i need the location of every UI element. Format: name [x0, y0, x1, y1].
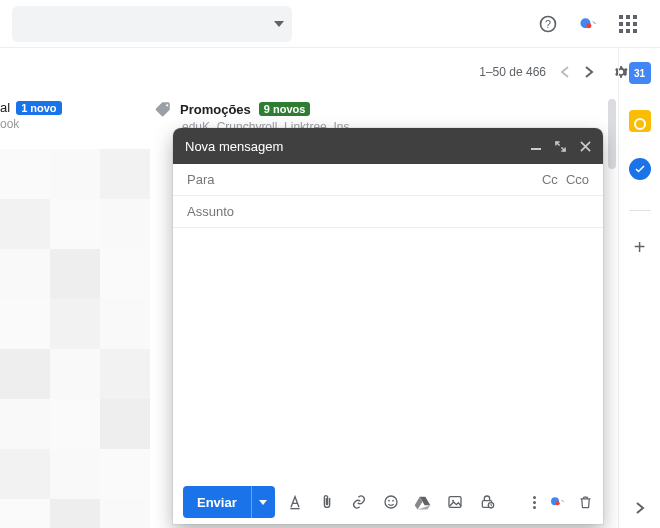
page-next-icon[interactable] [584, 66, 594, 78]
svg-point-3 [586, 23, 591, 28]
insert-link-icon[interactable] [349, 492, 369, 512]
minimize-icon[interactable] [531, 141, 541, 151]
compose-footer: Enviar [173, 480, 603, 524]
tab-promotions[interactable]: Promoções 9 novos [150, 100, 660, 118]
svg-point-6 [385, 496, 397, 508]
support-icon[interactable]: ? [536, 12, 560, 36]
pagination: 1–50 de 466 [479, 65, 594, 79]
calendar-addon-icon[interactable]: 31 [629, 62, 651, 84]
apps-grid-icon[interactable] [616, 12, 640, 36]
tab-promotions-label: Promoções [180, 102, 251, 117]
svg-rect-4 [531, 148, 541, 150]
tab-social-badge: 1 novo [16, 101, 61, 115]
input-tools-icon[interactable] [576, 12, 600, 36]
app-header: ? [0, 0, 660, 48]
collapse-sidepanel-icon[interactable] [635, 502, 645, 514]
compose-window: Nova mensagem Para Cc Cco Assunto Enviar [173, 128, 603, 524]
keep-addon-icon[interactable] [629, 110, 651, 132]
fullscreen-icon[interactable] [555, 141, 566, 152]
page-prev-icon[interactable] [560, 66, 570, 78]
close-icon[interactable] [580, 141, 591, 152]
insert-photo-icon[interactable] [445, 492, 465, 512]
category-tabs-left: al 1 novo ook [0, 96, 150, 528]
more-options-icon[interactable] [533, 496, 536, 509]
compose-subject-field[interactable]: Assunto [173, 196, 603, 228]
to-label: Para [187, 172, 214, 187]
attach-icon[interactable] [317, 492, 337, 512]
bcc-toggle[interactable]: Cco [566, 172, 589, 187]
insert-drive-icon[interactable] [413, 492, 433, 512]
blurred-content [0, 149, 150, 528]
get-addons-icon[interactable]: + [634, 237, 646, 257]
cc-toggle[interactable]: Cc [542, 172, 558, 187]
confidential-mode-icon[interactable] [477, 492, 497, 512]
calendar-day: 31 [634, 68, 645, 79]
tab-promotions-badge: 9 novos [259, 102, 311, 116]
side-panel: 31 + [618, 48, 660, 528]
send-button[interactable]: Enviar [183, 486, 251, 518]
tab-social[interactable]: al 1 novo [0, 96, 150, 115]
send-options-button[interactable] [251, 486, 275, 518]
compose-footer-right [533, 494, 593, 510]
input-tools-compose-icon[interactable] [548, 494, 566, 510]
formatting-toolbar [285, 492, 497, 512]
list-toolbar: 1–50 de 466 [0, 48, 660, 96]
pagination-range: 1–50 de 466 [479, 65, 546, 79]
compose-title: Nova mensagem [185, 139, 517, 154]
header-icons: ? [536, 12, 652, 36]
svg-point-8 [392, 500, 394, 502]
discard-draft-icon[interactable] [578, 494, 593, 510]
search-box[interactable] [12, 6, 292, 42]
subject-label: Assunto [187, 204, 234, 219]
tab-social-label: al [0, 100, 10, 115]
compose-to-field[interactable]: Para Cc Cco [173, 164, 603, 196]
side-divider [629, 210, 651, 211]
svg-point-14 [556, 501, 560, 505]
tag-icon [154, 100, 172, 118]
compose-titlebar[interactable]: Nova mensagem [173, 128, 603, 164]
svg-text:?: ? [545, 18, 551, 30]
svg-point-7 [388, 500, 390, 502]
send-button-group: Enviar [183, 486, 275, 518]
search-options-caret[interactable] [274, 21, 284, 27]
tab-social-preview: ook [0, 117, 150, 131]
svg-rect-5 [290, 508, 299, 509]
compose-body[interactable] [173, 228, 603, 480]
scrollbar-thumb[interactable] [608, 99, 616, 169]
insert-emoji-icon[interactable] [381, 492, 401, 512]
formatting-icon[interactable] [285, 492, 305, 512]
tasks-addon-icon[interactable] [629, 158, 651, 180]
